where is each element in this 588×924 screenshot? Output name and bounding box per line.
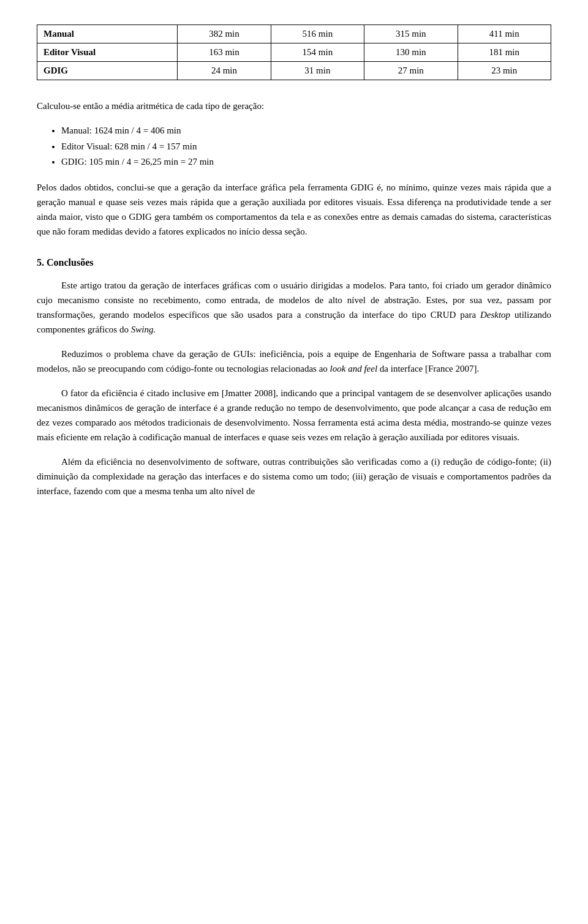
row-col3: 130 min xyxy=(364,43,458,62)
intro-paragraph: Calculou-se então a média aritmética de … xyxy=(37,99,551,113)
row-col3: 27 min xyxy=(364,62,458,80)
row-col2: 154 min xyxy=(271,43,364,62)
row-label: Editor Visual xyxy=(37,43,178,62)
row-col4: 411 min xyxy=(458,25,551,43)
data-table: Manual 382 min 516 min 315 min 411 min E… xyxy=(37,24,551,80)
row-col2: 516 min xyxy=(271,25,364,43)
row-col4: 23 min xyxy=(458,62,551,80)
bullet-list: Manual: 1624 min / 4 = 406 minEditor Vis… xyxy=(61,123,551,170)
section-heading: 5. Conclusões xyxy=(37,257,551,268)
row-col4: 181 min xyxy=(458,43,551,62)
bullet-item: Manual: 1624 min / 4 = 406 min xyxy=(61,123,551,139)
bullet-item: Editor Visual: 628 min / 4 = 157 min xyxy=(61,139,551,155)
table-row: Editor Visual 163 min 154 min 130 min 18… xyxy=(37,43,551,62)
row-col1: 382 min xyxy=(178,25,271,43)
row-col2: 31 min xyxy=(271,62,364,80)
row-label: GDIG xyxy=(37,62,178,80)
row-label: Manual xyxy=(37,25,178,43)
row-col1: 24 min xyxy=(178,62,271,80)
paragraph-1: Pelos dados obtidos, conclui-se que a ge… xyxy=(37,180,551,239)
paragraph-4: O fator da eficiência é citado inclusive… xyxy=(37,386,551,445)
paragraph-3: Reduzimos o problema chave da geração de… xyxy=(37,347,551,376)
italic-look-and-feel: look and feel xyxy=(330,364,377,374)
row-col3: 315 min xyxy=(364,25,458,43)
table-row: GDIG 24 min 31 min 27 min 23 min xyxy=(37,62,551,80)
paragraph-5: Além da eficiência no desenvolvimento de… xyxy=(37,454,551,498)
italic-desktop: Desktop xyxy=(480,310,510,320)
paragraph-2: Este artigo tratou da geração de interfa… xyxy=(37,278,551,337)
row-col1: 163 min xyxy=(178,43,271,62)
table-row: Manual 382 min 516 min 315 min 411 min xyxy=(37,25,551,43)
bullet-item: GDIG: 105 min / 4 = 26,25 min = 27 min xyxy=(61,154,551,170)
italic-swing: Swing. xyxy=(131,325,156,334)
